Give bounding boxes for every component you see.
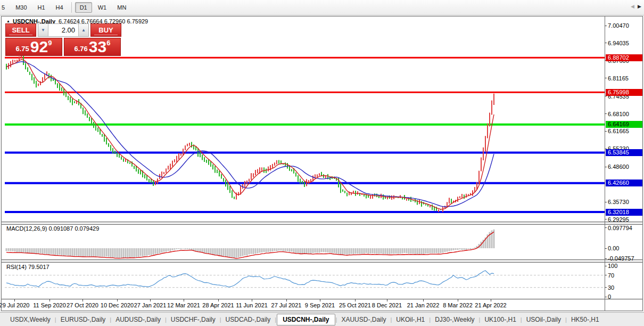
buy-button-label: BUY [98, 26, 113, 34]
tab-scroll-left-icon[interactable]: ◀ [631, 4, 634, 9]
macd-histogram-bar [108, 248, 110, 257]
timeframe-button-mn[interactable]: MN [112, 2, 131, 13]
macd-histogram-bar [410, 248, 412, 254]
macd-histogram-bar [346, 248, 348, 255]
timeframe-toolbar: 5M30H1H4D1W1MN [0, 0, 644, 15]
macd-histogram-bar [168, 248, 169, 251]
macd-histogram-bar [447, 248, 448, 251]
macd-histogram-bar [280, 248, 282, 251]
tab-audusd-daily[interactable]: AUDUSD-,Daily [112, 314, 164, 325]
tab-ukoil-h1[interactable]: UKOil-,H1 [392, 314, 428, 325]
macd-histogram-bar [234, 248, 235, 258]
date-tick-mark [150, 299, 151, 301]
macd-histogram-bar [436, 248, 437, 253]
macd-histogram-bar [338, 248, 340, 254]
macd-tick-mark [605, 258, 607, 259]
tab-usdcad-daily[interactable]: USDCAD-,Daily [222, 314, 275, 325]
macd-histogram-bar [21, 248, 22, 252]
buy-price-small: 6.76 [75, 45, 88, 53]
macd-histogram-bar [72, 248, 73, 256]
macd-histogram-bar [134, 248, 135, 257]
macd-histogram-bar [304, 248, 306, 254]
macd-histogram-bar [121, 248, 122, 258]
macd-histogram-bar [14, 248, 16, 251]
rsi-pane-splitter[interactable] [2, 259, 643, 263]
rsi-tick-mark [605, 297, 607, 297]
macd-histogram-bar [474, 248, 476, 248]
macd-histogram-bar [223, 248, 225, 256]
macd-histogram-bar [80, 248, 82, 257]
macd-histogram-bar [325, 248, 327, 252]
timeframe-button-w1[interactable]: W1 [93, 2, 112, 13]
macd-tick-mark [605, 227, 607, 228]
macd-histogram-bar [272, 248, 274, 251]
macd-histogram-bar [91, 248, 93, 257]
macd-histogram-bar [31, 248, 33, 253]
macd-histogram-bar [400, 248, 401, 254]
macd-tick-mark [605, 248, 607, 249]
macd-histogram-bar [374, 248, 376, 254]
volume-decrease-button[interactable]: ▼ [38, 24, 48, 36]
macd-histogram-bar [368, 248, 369, 254]
tab-eurusd-daily[interactable]: EURUSD-,Daily [57, 314, 110, 325]
macd-tick-label: -0.049757 [608, 255, 634, 262]
macd-histogram-bar [472, 248, 474, 249]
tab-usdx-weekly[interactable]: USDX,Weekly [6, 314, 54, 325]
price-tick-label: 6.29295 [608, 216, 629, 223]
price-level-tag: 6.75998 [606, 89, 643, 96]
sell-price-big: 92 [30, 39, 48, 55]
tab-hk50-h1[interactable]: HK50-,H1 [567, 314, 603, 325]
tab-usdchf-daily[interactable]: USDCHF-,Daily [167, 314, 219, 325]
macd-histogram-bar [119, 248, 120, 258]
macd-histogram-bar [430, 248, 431, 253]
collapse-triangle-icon[interactable]: ▲ [6, 19, 10, 23]
date-tick-mark [491, 299, 491, 301]
macd-histogram-bar [451, 248, 452, 251]
sell-price-display[interactable]: 6.75929 [5, 38, 62, 56]
macd-histogram-bar [180, 248, 182, 249]
timeframe-button-m30[interactable]: M30 [11, 2, 31, 13]
sell-button[interactable]: SELL [5, 23, 36, 37]
macd-histogram-bar [19, 248, 20, 252]
tab-dj30-weekly[interactable]: DJ30-,Weekly [431, 314, 478, 325]
date-tick-mark [252, 299, 252, 301]
macd-histogram-bar [146, 248, 148, 256]
macd-histogram-bar [251, 248, 252, 254]
macd-histogram-bar [106, 248, 108, 257]
timeframe-button-h4[interactable]: H4 [51, 2, 68, 13]
macd-histogram-bar [70, 248, 71, 256]
date-tick-mark [458, 299, 458, 301]
macd-histogram-bar [287, 248, 288, 251]
macd-histogram-bar [344, 248, 346, 255]
macd-histogram-bar [276, 248, 278, 251]
macd-histogram-bar [131, 248, 133, 257]
tab-usdcnh-daily[interactable]: USDCNH-,Daily [277, 314, 335, 325]
buy-button[interactable]: BUY [90, 23, 121, 37]
macd-histogram-bar [85, 248, 86, 257]
timeframe-button-5[interactable]: 5 [0, 2, 10, 13]
rsi-tick-mark [605, 287, 607, 288]
volume-increase-button[interactable]: ▲ [78, 24, 88, 36]
macd-histogram-bar [406, 248, 408, 253]
macd-pane-splitter[interactable] [2, 222, 643, 225]
volume-input[interactable]: 2.00 [48, 24, 78, 36]
macd-histogram-bar [225, 248, 227, 257]
date-tick-mark [14, 299, 15, 301]
macd-histogram-bar [110, 248, 112, 257]
tab-xauusd-daily[interactable]: XAUUSD-,Daily [337, 314, 390, 325]
macd-histogram-bar [453, 248, 455, 250]
macd-histogram-bar [340, 248, 342, 255]
date-tick-label: 21 Apr 2022 [467, 302, 515, 308]
timeframe-button-d1[interactable]: D1 [75, 2, 92, 13]
macd-histogram-bar [432, 248, 433, 253]
chevron-up-icon: ▲ [81, 28, 86, 32]
macd-histogram-bar [440, 248, 442, 253]
tab-scroll-right-icon[interactable]: ▶ [638, 4, 641, 9]
macd-histogram-bar [12, 248, 14, 251]
tab-usoil-daily[interactable]: USOil-,Daily [523, 314, 565, 325]
tab-uk100-h1[interactable]: UK100-,H1 [481, 314, 519, 325]
timeframe-button-h1[interactable]: H1 [33, 2, 50, 13]
date-tick-mark [218, 299, 219, 301]
macd-histogram-bar [97, 248, 99, 256]
buy-price-display[interactable]: 6.76336 [64, 38, 121, 56]
